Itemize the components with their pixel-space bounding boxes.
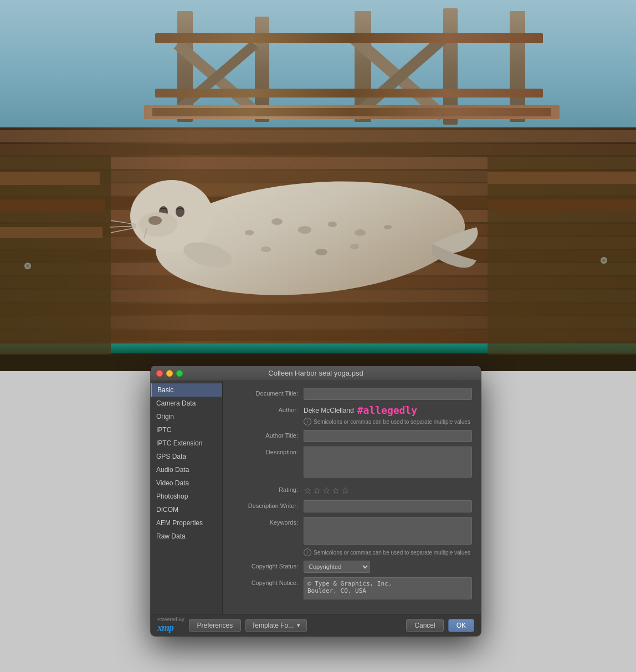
svg-point-57 [328, 222, 337, 227]
sidebar-item-gps-data[interactable]: GPS Data [151, 450, 222, 463]
xmp-logo: xmp [157, 622, 173, 634]
keywords-label: Keywords: [232, 517, 304, 526]
author-title-input[interactable] [304, 430, 472, 442]
author-title-label: Author Title: [232, 430, 304, 439]
svg-point-55 [271, 218, 283, 225]
svg-point-41 [26, 264, 29, 268]
maximize-window-button[interactable] [176, 370, 183, 377]
background-photo [0, 0, 636, 371]
sidebar-item-dicom[interactable]: DICOM [151, 503, 222, 516]
sidebar-item-basic[interactable]: Basic [151, 383, 222, 397]
svg-point-62 [350, 244, 359, 249]
keywords-value: i Semicolons or commas can be used to se… [304, 517, 472, 556]
star-4[interactable]: ☆ [332, 485, 340, 496]
sidebar-item-audio-data[interactable]: Audio Data [151, 463, 222, 476]
sidebar: Basic Camera Data Origin IPTC IPTC Exten… [151, 381, 223, 614]
window-controls [156, 370, 183, 377]
star-5[interactable]: ☆ [341, 485, 349, 496]
svg-point-56 [298, 226, 311, 234]
author-name-text: Deke McClelland [304, 407, 354, 414]
description-value [304, 447, 472, 480]
svg-rect-38 [488, 172, 636, 184]
dialog-footer: Powered By xmp Preferences Template Fo..… [151, 614, 481, 636]
svg-rect-0 [0, 0, 636, 150]
sidebar-item-iptc-extension[interactable]: IPTC Extension [151, 437, 222, 450]
dock-scene-svg [0, 0, 636, 371]
main-content-area: Document Title: Author: Deke McClelland … [223, 381, 481, 614]
svg-point-61 [315, 249, 327, 255]
document-title-input[interactable] [304, 388, 472, 400]
powered-by-text: Powered By [157, 617, 184, 622]
rating-value: ☆ ☆ ☆ ☆ ☆ [304, 484, 472, 496]
sidebar-item-photoshop[interactable]: Photoshop [151, 490, 222, 503]
star-1[interactable]: ☆ [304, 485, 311, 496]
author-title-value [304, 430, 472, 442]
keywords-input[interactable] [304, 517, 472, 545]
svg-point-54 [245, 230, 254, 235]
description-writer-row: Description Writer: [232, 500, 472, 512]
author-title-row: Author Title: [232, 430, 472, 442]
copyright-status-select[interactable]: Unknown Copyrighted Public Domain [304, 561, 370, 573]
keywords-hint-text: Semicolons or commas can be used to sepa… [314, 550, 470, 556]
description-writer-value [304, 500, 472, 512]
template-chevron-icon: ▼ [296, 623, 301, 628]
rating-row: Rating: ☆ ☆ ☆ ☆ ☆ [232, 484, 472, 496]
svg-point-59 [384, 225, 392, 229]
svg-rect-34 [0, 172, 100, 185]
sidebar-list: Basic Camera Data Origin IPTC IPTC Exten… [151, 383, 222, 612]
minimize-window-button[interactable] [166, 370, 173, 377]
copyright-notice-input[interactable]: © Type & Graphics, Inc. Boulder, CO, USA [304, 577, 472, 599]
rating-label: Rating: [232, 484, 304, 493]
allegedly-tag: #allegedly [357, 404, 417, 416]
svg-rect-16 [0, 144, 636, 155]
stars-container: ☆ ☆ ☆ ☆ ☆ [304, 484, 472, 496]
keywords-info-icon: i [304, 548, 311, 556]
dialog-title: Colleen Harbor seal yoga.psd [268, 369, 363, 377]
copyright-status-row: Copyright Status: Unknown Copyrighted Pu… [232, 561, 472, 573]
sidebar-item-video-data[interactable]: Video Data [151, 476, 222, 490]
copyright-notice-row: Copyright Notice: © Type & Graphics, Inc… [232, 577, 472, 602]
dialog-body: Basic Camera Data Origin IPTC IPTC Exten… [151, 381, 481, 614]
sidebar-item-origin[interactable]: Origin [151, 410, 222, 423]
document-title-label: Document Title: [232, 388, 304, 397]
svg-rect-35 [0, 199, 105, 212]
star-2[interactable]: ☆ [313, 485, 321, 496]
copyright-notice-label: Copyright Notice: [232, 577, 304, 586]
ok-button[interactable]: OK [448, 619, 474, 632]
sidebar-item-iptc[interactable]: IPTC [151, 423, 222, 437]
svg-rect-13 [152, 108, 551, 116]
cancel-button[interactable]: Cancel [406, 619, 443, 632]
author-hint-text: Semicolons or commas can be used to sepa… [314, 419, 470, 425]
author-row: Author: Deke McClelland #allegedly i Sem… [232, 404, 472, 425]
description-input[interactable] [304, 447, 472, 478]
footer-left: Powered By xmp Preferences Template Fo..… [157, 617, 402, 634]
author-label: Author: [232, 404, 304, 413]
svg-point-60 [261, 247, 271, 252]
description-writer-input[interactable] [304, 500, 472, 512]
sidebar-spacer [151, 543, 222, 612]
copyright-notice-value: © Type & Graphics, Inc. Boulder, CO, USA [304, 577, 472, 602]
svg-rect-11 [155, 89, 543, 98]
author-display-row: Deke McClelland #allegedly [304, 404, 472, 416]
author-field-value: Deke McClelland #allegedly i Semicolons … [304, 404, 472, 425]
dialog-titlebar: Colleen Harbor seal yoga.psd [151, 366, 481, 381]
footer-right: Cancel OK [406, 619, 474, 632]
description-writer-label: Description Writer: [232, 500, 304, 509]
svg-point-58 [355, 229, 366, 236]
sidebar-item-aem-properties[interactable]: AEM Properties [151, 516, 222, 530]
template-dropdown-button[interactable]: Template Fo... ▼ [245, 619, 307, 632]
author-info-icon: i [304, 418, 311, 425]
xmp-branding: Powered By xmp [157, 617, 184, 634]
star-3[interactable]: ☆ [322, 485, 330, 496]
svg-rect-37 [488, 155, 636, 355]
svg-rect-15 [0, 130, 636, 142]
close-window-button[interactable] [156, 370, 163, 377]
sidebar-item-raw-data[interactable]: Raw Data [151, 530, 222, 543]
preferences-button[interactable]: Preferences [189, 619, 242, 632]
sidebar-item-camera-data[interactable]: Camera Data [151, 397, 222, 410]
document-title-value [304, 388, 472, 400]
author-hint-row: i Semicolons or commas can be used to se… [304, 418, 472, 425]
copyright-status-value: Unknown Copyrighted Public Domain [304, 561, 472, 573]
svg-rect-39 [488, 199, 636, 211]
svg-point-43 [602, 259, 606, 262]
